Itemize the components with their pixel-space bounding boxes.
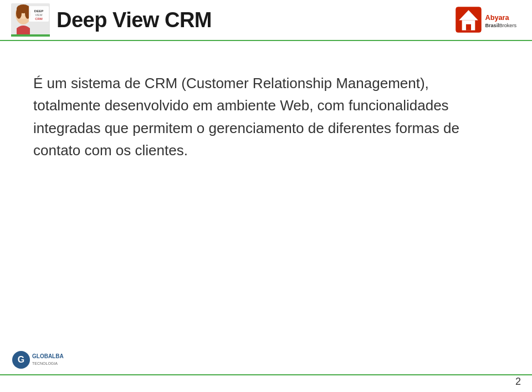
svg-text:Abyara: Abyara [485, 13, 509, 22]
svg-text:TECNOLOGIA: TECNOLOGIA [32, 362, 58, 365]
svg-text:DEEP: DEEP [34, 9, 43, 13]
page-number: 2 [515, 376, 521, 388]
svg-point-4 [16, 8, 22, 19]
svg-text:VIEW: VIEW [35, 13, 43, 17]
svg-text:CRM: CRM [35, 17, 43, 21]
globalba-logo: G GLOBALBA TECNOLOGIA [11, 349, 72, 373]
svg-rect-10 [11, 34, 50, 37]
main-content: É um sistema de CRM (Customer Relationsh… [33, 50, 499, 359]
bottom-divider [0, 374, 532, 375]
page-title: Deep View CRM [57, 8, 212, 32]
body-paragraph: É um sistema de CRM (Customer Relationsh… [33, 72, 499, 161]
svg-text:G: G [18, 355, 24, 364]
deepview-logo-icon: DEEP VIEW CRM [11, 3, 50, 37]
svg-rect-14 [466, 24, 471, 30]
abyara-logo: Abyara BrasilBrokers [454, 6, 521, 34]
top-divider [0, 40, 532, 41]
header: DEEP VIEW CRM Deep View CRM Abyara Brasi… [0, 0, 532, 40]
svg-text:BrasilBrokers: BrasilBrokers [485, 23, 516, 28]
svg-text:GLOBALBA: GLOBALBA [32, 353, 64, 359]
header-left: DEEP VIEW CRM Deep View CRM [11, 3, 212, 37]
